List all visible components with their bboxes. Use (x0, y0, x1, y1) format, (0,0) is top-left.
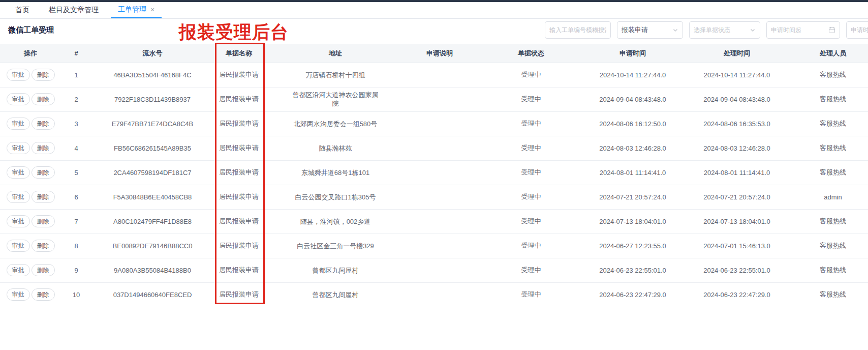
description-cell (407, 136, 473, 160)
approve-button[interactable]: 审批 (7, 240, 30, 252)
table-row: 审批删除4FB56C686261545A89B35居民报装申请随县瀚林苑受理中2… (0, 136, 868, 160)
description-cell (407, 185, 473, 209)
approve-button[interactable]: 审批 (7, 166, 30, 179)
handler-cell: 客服热线 (798, 258, 868, 282)
apply-date-end-input[interactable]: 申请时间止 (846, 21, 868, 39)
address-cell: 白云社区金三角一号楼329 (264, 234, 407, 258)
approve-button[interactable]: 审批 (7, 215, 30, 227)
filter-bar: 输入工单编号模糊搜索 报装申请 选择单据状态 申请时间起 申请时间止 (545, 21, 868, 39)
actions-cell: 审批删除 (0, 234, 61, 258)
approve-button[interactable]: 审批 (7, 118, 30, 130)
description-cell (407, 234, 473, 258)
description-cell (407, 258, 473, 282)
table-body: 审批删除146BA3D51504F46168F4C居民报装申请万店镇石桥村十四组… (0, 63, 868, 307)
approve-button[interactable]: 审批 (7, 93, 30, 105)
order-type-select[interactable]: 报装申请 (617, 21, 683, 39)
apply-time-cell: 2024-07-13 18:04:01.0 (590, 209, 676, 234)
serial-cell: 7922F18C3D11439B8937 (91, 87, 213, 111)
column-header-address: 地址 (264, 44, 407, 63)
close-icon[interactable]: × (150, 6, 154, 13)
approve-button[interactable]: 审批 (7, 142, 30, 154)
status-cell: 受理中 (473, 234, 590, 258)
apply-date-end-placeholder: 申请时间止 (851, 26, 868, 35)
index-cell: 10 (61, 282, 91, 307)
index-cell: 8 (61, 234, 91, 258)
doc-name-cell: 居民报装申请 (213, 63, 264, 87)
description-cell (407, 63, 473, 87)
handler-cell: 客服热线 (798, 63, 868, 87)
status-cell: 受理中 (473, 87, 590, 111)
delete-button[interactable]: 删除 (32, 69, 55, 81)
table-row: 审批删除10037D1494660640FE8CED居民报装申请曾都区九间屋村受… (0, 282, 868, 307)
order-number-search-input[interactable]: 输入工单编号模糊搜索 (545, 21, 611, 39)
order-type-value: 报装申请 (622, 25, 670, 35)
index-cell: 6 (61, 185, 91, 209)
serial-cell: FB56C686261545A89B35 (91, 136, 213, 160)
index-cell: 5 (61, 160, 91, 185)
index-cell: 3 (61, 111, 91, 136)
doc-name-cell: 居民报装申请 (213, 136, 264, 160)
column-header-handle-time: 处理时间 (676, 44, 798, 63)
apply-date-start-input[interactable]: 申请时间起 (766, 21, 840, 39)
serial-cell: E79F47BB71E74DCA8C4B (91, 111, 213, 136)
table-row: 审批删除27922F18C3D11439B8937居民报装申请曾都区沿河大道神农… (0, 87, 868, 111)
delete-button[interactable]: 删除 (32, 264, 55, 276)
apply-time-cell: 2024-06-27 12:23:55.0 (590, 234, 676, 258)
apply-time-cell: 2024-09-04 08:43:48.0 (590, 87, 676, 111)
delete-button[interactable]: 删除 (32, 215, 55, 227)
approve-button[interactable]: 审批 (7, 191, 30, 203)
delete-button[interactable]: 删除 (32, 93, 55, 105)
handle-time-cell: 2024-07-01 15:46:13.0 (676, 234, 798, 258)
address-cell: 东城舜井道68号1栋101 (264, 160, 407, 185)
tab-article-management[interactable]: 栏目及文章管理 (42, 2, 106, 18)
serial-cell: 9A080A3B55084B4188B0 (91, 258, 213, 282)
handle-time-cell: 2024-07-21 20:57:24.0 (676, 185, 798, 209)
apply-time-cell: 2024-08-01 11:14:41.0 (590, 160, 676, 185)
actions-cell: 审批删除 (0, 160, 61, 185)
delete-button[interactable]: 删除 (32, 191, 55, 203)
doc-name-cell: 居民报装申请 (213, 87, 264, 111)
apply-time-cell: 2024-06-23 22:47:29.0 (590, 282, 676, 307)
tab-article-management-label: 栏目及文章管理 (49, 6, 99, 15)
index-cell: 1 (61, 63, 91, 87)
apply-time-cell: 2024-08-06 16:12:50.0 (590, 111, 676, 136)
actions-cell: 审批删除 (0, 111, 61, 136)
handler-cell: 客服热线 (798, 282, 868, 307)
address-cell: 万店镇石桥村十四组 (264, 63, 407, 87)
description-cell (407, 282, 473, 307)
handle-time-cell: 2024-08-06 16:35:53.0 (676, 111, 798, 136)
column-header-description: 申请说明 (407, 44, 473, 63)
work-order-admin-page: { "accent_color": "#1890ff", "annotation… (0, 0, 868, 350)
tab-home[interactable]: 首页 (8, 2, 37, 18)
apply-time-cell: 2024-06-23 22:55:01.0 (590, 258, 676, 282)
delete-button[interactable]: 删除 (32, 118, 55, 130)
delete-button[interactable]: 删除 (32, 142, 55, 154)
delete-button[interactable]: 删除 (32, 240, 55, 252)
address-cell: 北郊两水沟居委会一组580号 (264, 111, 407, 136)
work-order-table: 操作 # 流水号 单据名称 地址 申请说明 单据状态 申请时间 处理时间 处理人… (0, 44, 868, 307)
actions-cell: 审批删除 (0, 63, 61, 87)
delete-button[interactable]: 删除 (32, 288, 55, 301)
chevron-down-icon (672, 27, 678, 33)
actions-cell: 审批删除 (0, 136, 61, 160)
address-cell: 白云公园交叉路口1栋305号 (264, 185, 407, 209)
handler-cell: 客服热线 (798, 234, 868, 258)
actions-cell: 审批删除 (0, 87, 61, 111)
handler-cell: 客服热线 (798, 160, 868, 185)
delete-button[interactable]: 删除 (32, 166, 55, 179)
serial-cell: F5A30848B6EE40458CB8 (91, 185, 213, 209)
order-status-placeholder: 选择单据状态 (694, 26, 748, 35)
column-header-status: 单据状态 (473, 44, 590, 63)
approve-button[interactable]: 审批 (7, 288, 30, 301)
handle-time-cell: 2024-08-01 11:14:41.0 (676, 160, 798, 185)
table-row: 审批删除146BA3D51504F46168F4C居民报装申请万店镇石桥村十四组… (0, 63, 868, 87)
tab-work-order-management[interactable]: 工单管理 × (111, 2, 162, 18)
chevron-down-icon (750, 27, 756, 33)
approve-button[interactable]: 审批 (7, 264, 30, 276)
page-title: 微信工单受理 (8, 25, 54, 35)
order-status-select[interactable]: 选择单据状态 (689, 21, 760, 39)
handle-time-cell: 2024-09-04 08:43:48.0 (676, 87, 798, 111)
approve-button[interactable]: 审批 (7, 69, 30, 81)
address-cell: 随县，淮河镇，002乡道 (264, 209, 407, 234)
handle-time-cell: 2024-06-23 22:47:29.0 (676, 282, 798, 307)
